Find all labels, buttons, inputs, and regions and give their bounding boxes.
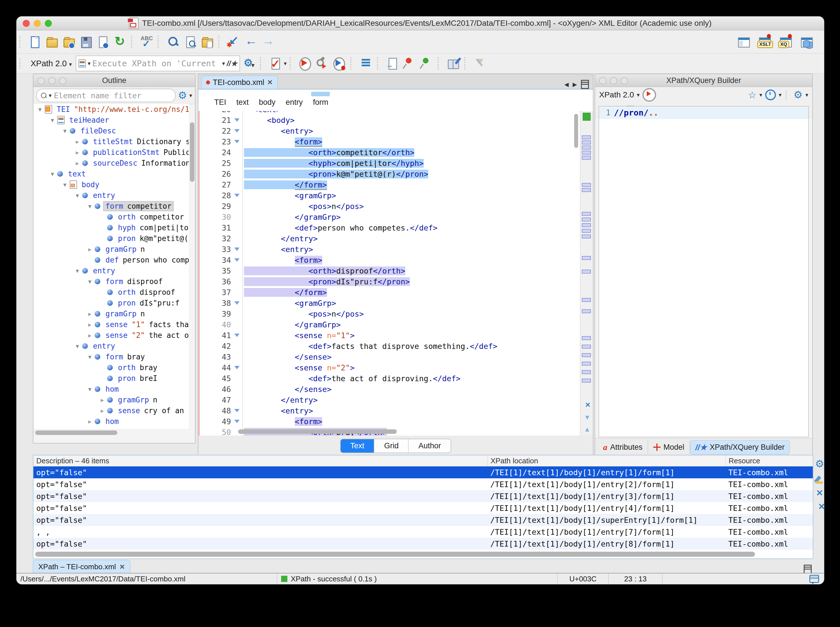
collapse-toggle[interactable]: ▼ <box>85 278 95 285</box>
outline-item-orth[interactable]: orthbray <box>33 362 189 373</box>
collapse-toggle[interactable]: ▼ <box>73 268 82 274</box>
chevron-down-icon[interactable]: ▾ <box>637 91 639 98</box>
fold-toggle[interactable] <box>233 330 243 341</box>
collapse-toggle[interactable]: ▼ <box>47 171 57 177</box>
code-line-27[interactable]: 27 </form> <box>198 180 580 190</box>
outline-item-pron[interactable]: pronbreI <box>33 373 189 384</box>
tab-attributes[interactable]: a Attributes <box>598 440 648 454</box>
configure-transformation-icon[interactable] <box>315 57 329 70</box>
collapse-toggle[interactable]: ▼ <box>60 128 70 134</box>
pin-green-icon[interactable] <box>420 57 433 70</box>
collapse-toggle[interactable]: ▼ <box>73 343 82 349</box>
chevron-down-icon[interactable]: ▾ <box>222 60 225 67</box>
remove-all-results-icon[interactable]: ✕ <box>818 503 821 511</box>
result-row[interactable]: opt="false"/TEI[1]/text[1]/body[1]/entry… <box>33 478 813 490</box>
occurrence-mark[interactable] <box>582 336 591 340</box>
prev-mark-icon[interactable]: ▼ <box>584 427 591 433</box>
results-settings-icon[interactable]: ⚙ <box>815 458 824 470</box>
occurrence-mark[interactable] <box>582 353 591 357</box>
outline-item-def[interactable]: defperson who compe <box>33 255 189 265</box>
code-line-37[interactable]: 37 </form> <box>198 287 580 298</box>
outline-item-teiHeader[interactable]: ▼teiHeader <box>33 115 189 126</box>
outline-item-gramGrp[interactable]: ▶gramGrpn <box>33 394 189 405</box>
outline-item-hom[interactable]: ▶hom <box>33 416 189 427</box>
chevron-down-icon[interactable]: ▾ <box>779 91 782 98</box>
code-line-29[interactable]: 29 <pos>n</pos> <box>198 201 580 212</box>
expand-toggle[interactable]: ▶ <box>98 408 107 414</box>
outline-horizontal-scrollbar[interactable] <box>35 430 117 435</box>
code-line-20[interactable]: 20 <text> <box>198 111 580 115</box>
highlight-results-icon[interactable] <box>815 475 824 484</box>
tab-xpath-results[interactable]: XPath – TEI-combo.xml ✕ <box>33 560 130 574</box>
validate-menu-chevron[interactable]: ▾ <box>284 60 286 67</box>
tab-xpath-builder[interactable]: //★ XPath/XQuery Builder <box>690 440 790 455</box>
collapse-toggle[interactable]: ▼ <box>85 354 95 360</box>
column-description[interactable]: Description – 46 items <box>33 455 488 466</box>
outline-settings-icon[interactable]: ⚙ <box>178 89 187 102</box>
code-line-47[interactable]: 47 </entry> <box>198 395 580 406</box>
expand-toggle[interactable]: ▶ <box>85 321 95 328</box>
outline-item-pron[interactable]: prondIs"pru:f <box>33 298 189 309</box>
occurrence-mark[interactable] <box>582 379 591 383</box>
panel-buttons[interactable] <box>38 77 66 84</box>
fold-toggle[interactable] <box>233 298 243 309</box>
tab-list-icon[interactable] <box>581 80 589 89</box>
code-line-41[interactable]: 41 <sense n="1"> <box>198 330 580 341</box>
save-to-url-icon[interactable] <box>96 35 109 49</box>
column-xpath-location[interactable]: XPath location <box>488 455 725 466</box>
xpath-input[interactable]: ▾ Execute XPath on 'Current File' ▾ //★ <box>76 55 240 71</box>
chevron-down-icon[interactable]: ▾ <box>49 92 52 99</box>
code-line-35[interactable]: 35 <orth>disproof</orth> <box>198 266 580 276</box>
panel-list-icon[interactable] <box>804 565 812 574</box>
breadcrumb-body[interactable]: body <box>259 94 276 107</box>
code-line-23[interactable]: 23 <form> <box>198 137 580 147</box>
collapse-toggle[interactable]: ▼ <box>73 192 82 198</box>
result-row[interactable]: opt="false"/TEI[1]/text[1]/body[1]/entry… <box>33 538 813 550</box>
validation-status-square[interactable] <box>583 113 591 121</box>
fold-toggle[interactable] <box>233 115 243 126</box>
expand-toggle[interactable]: ▶ <box>73 160 82 166</box>
occurrence-mark[interactable] <box>582 298 591 302</box>
breadcrumb-form[interactable]: form <box>313 94 328 107</box>
code-line-38[interactable]: 38 <gramGrp> <box>198 298 580 309</box>
element-filter-input[interactable]: ▾ Element name filter <box>36 89 176 102</box>
outline-item-pron[interactable]: pronk@m"petit@(r <box>33 233 189 244</box>
fold-toggle[interactable] <box>233 137 243 147</box>
open-url-icon[interactable] <box>62 35 76 49</box>
expand-toggle[interactable]: ▶ <box>98 397 107 403</box>
close-window-button[interactable] <box>23 20 30 27</box>
fold-toggle[interactable] <box>233 111 243 115</box>
outline-item-form[interactable]: ▼formdisproof <box>33 276 189 287</box>
occurrence-mark[interactable] <box>582 135 591 139</box>
occurrence-mark[interactable] <box>582 151 591 154</box>
minimize-window-button[interactable] <box>34 20 41 27</box>
builder-header[interactable]: XPath/XQuery Builder <box>595 74 812 87</box>
code-line-25[interactable]: 25 <hyph>com|peti|tor</hyph> <box>198 158 580 169</box>
new-document-icon[interactable] <box>28 35 41 49</box>
chevron-down-icon[interactable]: ▾ <box>189 92 192 99</box>
zoom-window-button[interactable] <box>45 20 52 27</box>
outline-item-titleStmt[interactable]: ▶titleStmtDictionary sa <box>33 136 189 147</box>
code-line-45[interactable]: 45 <def>the act of disproving.</def> <box>198 373 580 384</box>
expand-toggle[interactable]: ▶ <box>85 246 95 252</box>
code-line-42[interactable]: 42 <def>facts that disprove something.</… <box>198 341 580 352</box>
occurrence-mark[interactable] <box>582 140 591 145</box>
collapse-toggle[interactable]: ▼ <box>60 181 70 188</box>
fold-toggle[interactable] <box>233 406 243 416</box>
refactoring-icon[interactable]: → <box>385 57 399 70</box>
next-mark-icon[interactable]: ▼ <box>584 414 591 421</box>
code-line-28[interactable]: 28 <gramGrp> <box>198 190 580 201</box>
search-icon[interactable] <box>166 35 180 49</box>
tab-tei-combo[interactable]: TEI-combo.xml ✕ <box>201 76 278 89</box>
clear-highlights-icon[interactable]: ✕ <box>585 402 591 408</box>
last-modification-icon[interactable]: ↙ ✱ <box>227 35 240 49</box>
editor-vertical-scrollbar[interactable] <box>574 114 578 148</box>
breadcrumb-text[interactable]: text <box>236 94 249 107</box>
open-file-icon[interactable] <box>45 35 58 49</box>
pin-red-icon[interactable] <box>403 57 416 70</box>
outline-item-body[interactable]: ▼body <box>33 179 189 190</box>
outline-item-orth[interactable]: orthcompetitor <box>33 211 189 222</box>
history-icon[interactable] <box>765 90 776 100</box>
outline-item-hom[interactable]: ▼hom <box>33 384 189 394</box>
xpath-version-select[interactable]: XPath 2.0 ▾ <box>31 59 72 68</box>
